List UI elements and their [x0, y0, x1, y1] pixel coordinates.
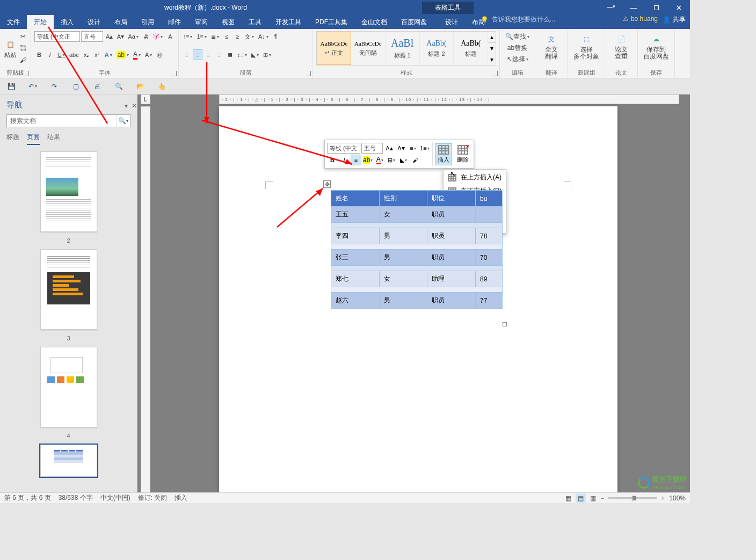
save-baidu-button[interactable]: ☁保存到百度网盘 — [641, 31, 671, 62]
share-button[interactable]: 👤共享 — [663, 15, 686, 24]
distribute-button[interactable]: ≣ — [225, 49, 235, 60]
cell[interactable] — [476, 207, 503, 223]
align-left-button[interactable]: ≡ — [182, 49, 192, 60]
strikethrough-button[interactable]: abc — [68, 49, 81, 60]
styles-scroll-up[interactable]: ▴ — [488, 32, 496, 43]
styles-scroll-down[interactable]: ▾ — [488, 43, 496, 54]
cell[interactable]: 77 — [476, 293, 503, 309]
style-nospacing[interactable]: AaBbCcDc无间隔 — [351, 32, 386, 65]
tab-developer[interactable]: 开发工具 — [268, 15, 308, 29]
tab-tools[interactable]: 工具 — [242, 15, 268, 29]
spacer-row[interactable] — [331, 244, 503, 250]
clear-format-button[interactable]: A̷ — [141, 31, 151, 42]
mini-highlight[interactable]: ab — [362, 155, 373, 165]
print-preview-button[interactable]: 🔍 — [114, 82, 123, 91]
tell-me-search[interactable]: 💡告诉我您想要做什么... — [481, 15, 555, 24]
tab-view[interactable]: 视图 — [215, 15, 242, 29]
new-button[interactable]: ▢ — [71, 82, 81, 91]
mini-numbering[interactable]: 1≡ — [419, 143, 430, 154]
cell[interactable]: 王五 — [331, 207, 380, 223]
mini-grow-font[interactable]: A▴ — [384, 143, 395, 154]
th-score[interactable]: bu — [476, 191, 503, 207]
align-center-button[interactable]: ≡ — [193, 49, 202, 60]
status-words[interactable]: 38/538 个字 — [59, 493, 93, 503]
bullets-button[interactable]: ⁝≡ — [182, 31, 194, 42]
cell[interactable]: 78 — [476, 228, 503, 244]
cell[interactable]: 男 — [379, 293, 427, 309]
mini-italic[interactable]: I — [339, 155, 350, 165]
view-read-mode[interactable]: ▦ — [565, 494, 571, 502]
cell[interactable]: 89 — [476, 271, 503, 287]
th-name[interactable]: 姓名 — [331, 191, 380, 207]
page-thumbnail-4[interactable] — [40, 347, 97, 427]
mini-shrink-font[interactable]: A▾ — [396, 143, 406, 154]
font-dialog-launcher[interactable] — [171, 71, 177, 76]
char-shading-button[interactable]: A — [143, 49, 154, 60]
ribbon-options-icon[interactable]: ▾ — [600, 0, 622, 15]
nav-tab-headings[interactable]: 标题 — [6, 133, 19, 145]
zoom-out[interactable]: − — [600, 494, 604, 502]
status-insert[interactable]: 插入 — [175, 493, 187, 503]
cell[interactable]: 郑七 — [331, 271, 380, 287]
maximize-button[interactable] — [645, 0, 667, 15]
tab-jinshan[interactable]: 金山文档 — [354, 15, 394, 29]
status-track[interactable]: 修订: 关闭 — [138, 493, 168, 503]
status-language[interactable]: 中文(中国) — [100, 493, 130, 503]
page-thumbnail-2[interactable] — [40, 151, 97, 232]
th-position[interactable]: 职位 — [427, 191, 476, 207]
tab-mailings[interactable]: 邮件 — [161, 15, 188, 29]
change-case-button[interactable]: Aa — [127, 31, 140, 42]
redo-button[interactable]: ↷ — [49, 82, 59, 91]
mini-align-center[interactable]: ≡ — [351, 155, 361, 165]
bold-button[interactable]: B — [34, 49, 44, 60]
cell[interactable]: 赵六 — [331, 293, 380, 309]
tab-file[interactable]: 文件 — [0, 15, 27, 29]
mini-bullets[interactable]: ≡ — [408, 143, 418, 154]
translate-button[interactable]: 文全文翻译 — [539, 31, 564, 62]
horizontal-ruler[interactable]: · 2 · | · 1 · | · △ · | · 1 · | · 2 · | … — [219, 94, 679, 104]
page-thumbnail-current[interactable] — [40, 445, 97, 477]
underline-button[interactable]: U — [56, 49, 67, 60]
format-painter-button[interactable]: 🖌 — [18, 55, 28, 66]
grow-font-button[interactable]: A▴ — [104, 31, 114, 42]
tab-baidu[interactable]: 百度网盘 — [394, 15, 434, 29]
nav-search-input[interactable] — [7, 115, 116, 127]
th-gender[interactable]: 性别 — [379, 191, 427, 207]
cell[interactable]: 职员 — [427, 228, 476, 244]
tab-table-design[interactable]: 设计 — [438, 15, 465, 29]
line-spacing-button[interactable]: ↕≡ — [236, 49, 249, 60]
zoom-in[interactable]: + — [661, 494, 665, 502]
cell[interactable]: 职员 — [427, 250, 476, 266]
nav-tab-pages[interactable]: 页面 — [27, 133, 40, 145]
cell[interactable]: 女 — [379, 207, 427, 223]
cell[interactable]: 张三 — [331, 250, 380, 266]
data-table[interactable]: 姓名 性别 职位 bu 王五女职员 李四男职员78 张三男职员70 郑七女助理8… — [331, 190, 503, 309]
status-page[interactable]: 第 6 页，共 6 页 — [4, 493, 51, 503]
tab-references[interactable]: 引用 — [134, 15, 161, 29]
cell[interactable]: 李四 — [331, 228, 380, 244]
subscript-button[interactable]: x₂ — [82, 49, 91, 60]
view-print-layout[interactable]: ▤ — [576, 493, 586, 503]
print-button[interactable]: 🖨 — [92, 82, 102, 91]
open-button[interactable]: 📂 — [135, 82, 145, 91]
user-account[interactable]: ⚠bo huang — [623, 15, 658, 23]
page-thumbnail-3[interactable] — [40, 249, 97, 330]
nav-search-box[interactable]: 🔍▾ — [6, 114, 130, 127]
touch-mode-button[interactable]: 👆 — [157, 82, 166, 91]
undo-button[interactable]: ↶ — [28, 82, 38, 91]
spacer-row[interactable] — [331, 287, 503, 293]
increase-indent-button[interactable]: ≥ — [232, 31, 242, 42]
style-title[interactable]: AaBb(标题 — [454, 32, 488, 65]
find-button[interactable]: 🔍查找 — [503, 31, 532, 42]
vertical-ruler[interactable] — [141, 106, 150, 492]
cell[interactable]: 男 — [379, 250, 427, 266]
zoom-slider[interactable] — [608, 497, 657, 499]
mini-bold[interactable]: B — [327, 155, 338, 165]
style-normal[interactable]: AaBbCcDc↵ 正文 — [317, 32, 351, 65]
tab-insert[interactable]: 插入 — [54, 15, 81, 29]
style-heading1[interactable]: AaBl标题 1 — [386, 32, 420, 65]
mini-font-color[interactable]: A — [374, 155, 385, 165]
select-objects-button[interactable]: ⬚选择多个对象 — [571, 31, 601, 62]
cell[interactable]: 职员 — [427, 293, 476, 309]
tab-review[interactable]: 审阅 — [188, 15, 215, 29]
